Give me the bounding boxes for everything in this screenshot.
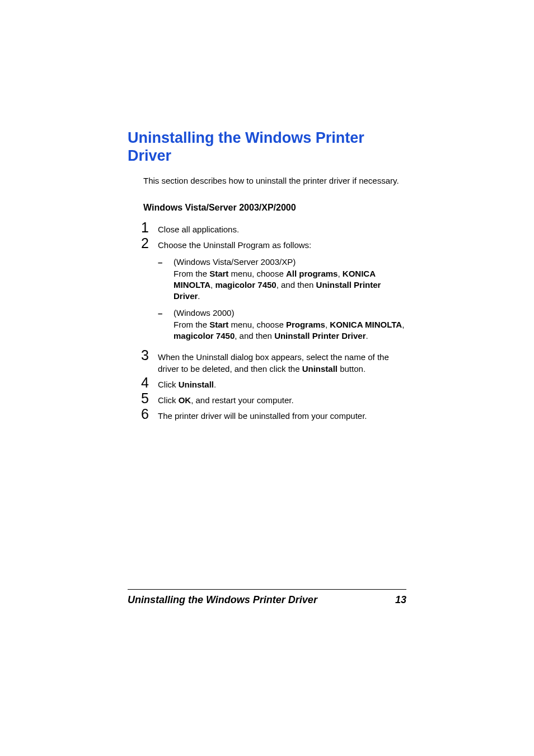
t: , and then bbox=[277, 280, 316, 290]
step-6: 6 The printer driver will be uninstalled… bbox=[141, 407, 406, 422]
bold-magicolor: magicolor 7450 bbox=[174, 331, 235, 340]
t: From the bbox=[174, 269, 209, 278]
sub-item-1: – (Windows Vista/Server 2003/XP) From th… bbox=[158, 256, 406, 302]
step-text: When the Uninstall dialog box appears, s… bbox=[158, 348, 406, 375]
bold-programs: Programs bbox=[286, 320, 325, 329]
t: , and then bbox=[235, 331, 274, 340]
section-subheading: Windows Vista/Server 2003/XP/2000 bbox=[143, 203, 406, 213]
t: . bbox=[366, 331, 368, 340]
bold-magicolor: magicolor 7450 bbox=[215, 280, 276, 290]
t: , and restart your computer. bbox=[191, 395, 293, 405]
sub-body: (Windows 2000) From the Start menu, choo… bbox=[174, 307, 406, 342]
sub-os: (Windows Vista/Server 2003/XP) bbox=[174, 257, 296, 267]
steps-list: 1 Close all applications. 2 Choose the U… bbox=[141, 221, 406, 422]
footer-title: Uninstalling the Windows Printer Driver bbox=[128, 594, 317, 606]
bold-start: Start bbox=[209, 269, 228, 278]
bold-konica: KONICA MINOLTA bbox=[330, 320, 402, 329]
t: . bbox=[198, 291, 200, 301]
step-number: 2 bbox=[141, 236, 158, 250]
step-5: 5 Click OK, and restart your computer. bbox=[141, 391, 406, 406]
footer-row: Uninstalling the Windows Printer Driver … bbox=[128, 594, 406, 606]
t: Click bbox=[158, 380, 179, 389]
bold-start: Start bbox=[209, 320, 228, 329]
step-number: 1 bbox=[141, 221, 158, 235]
step-text: Choose the Uninstall Program as follows:… bbox=[158, 236, 406, 347]
t: menu, choose bbox=[228, 269, 286, 278]
t: From the bbox=[174, 320, 209, 329]
step-text: The printer driver will be uninstalled f… bbox=[158, 407, 406, 422]
t: menu, choose bbox=[228, 320, 286, 329]
step-number: 6 bbox=[141, 407, 158, 421]
step-number: 3 bbox=[141, 348, 158, 362]
sub-body: (Windows Vista/Server 2003/XP) From the … bbox=[174, 256, 406, 302]
bold-ok: OK bbox=[179, 395, 191, 405]
intro-text: This section describes how to uninstall … bbox=[143, 175, 406, 186]
step-4: 4 Click Uninstall. bbox=[141, 376, 406, 390]
step-text: Close all applications. bbox=[158, 221, 406, 235]
dash-icon: – bbox=[158, 307, 174, 319]
sub-os: (Windows 2000) bbox=[174, 308, 234, 318]
step-text: Click OK, and restart your computer. bbox=[158, 391, 406, 406]
step-number: 4 bbox=[141, 376, 158, 390]
step-text: Click Uninstall. bbox=[158, 376, 406, 390]
t: button. bbox=[338, 364, 366, 374]
footer-page-number: 13 bbox=[395, 594, 406, 606]
bold-uninstall: Uninstall bbox=[302, 364, 338, 374]
bold-allprograms: All programs bbox=[286, 269, 338, 278]
footer-rule bbox=[128, 589, 406, 590]
t: Click bbox=[158, 395, 179, 405]
document-page: Uninstalling the Windows Printer Driver … bbox=[0, 0, 534, 756]
step-number: 5 bbox=[141, 391, 158, 405]
page-title: Uninstalling the Windows Printer Driver bbox=[128, 129, 406, 165]
step-3: 3 When the Uninstall dialog box appears,… bbox=[141, 348, 406, 375]
step-lead: Choose the Uninstall Program as follows: bbox=[158, 240, 311, 250]
bold-uninstall: Uninstall bbox=[179, 380, 214, 389]
step-2: 2 Choose the Uninstall Program as follow… bbox=[141, 236, 406, 347]
bold-uninstall: Uninstall Printer Driver bbox=[274, 331, 366, 340]
dash-icon: – bbox=[158, 256, 174, 268]
sub-item-2: – (Windows 2000) From the Start menu, ch… bbox=[158, 307, 406, 342]
sub-list: – (Windows Vista/Server 2003/XP) From th… bbox=[158, 256, 406, 342]
t: . bbox=[214, 380, 216, 389]
t: , bbox=[402, 320, 404, 329]
t: , bbox=[338, 269, 342, 278]
page-footer: Uninstalling the Windows Printer Driver … bbox=[128, 589, 406, 606]
step-1: 1 Close all applications. bbox=[141, 221, 406, 235]
